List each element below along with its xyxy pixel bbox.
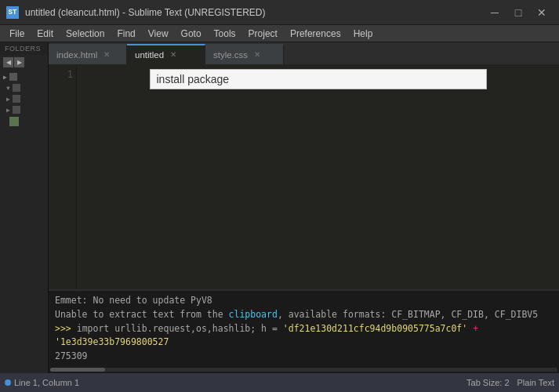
line-numbers: 1	[49, 64, 77, 289]
tabs-bar: index.html ✕ untitled ✕ style.css ✕	[49, 42, 559, 64]
tab-index-close[interactable]: ✕	[102, 51, 111, 59]
app-window: ST untitled (cleancut.html) - Sublime Te…	[0, 0, 559, 392]
tab-style-css[interactable]: style.css ✕	[205, 44, 284, 64]
sidebar-tree: ▶ ▼ ▶ ▶	[0, 70, 48, 373]
menu-preferences[interactable]: Preferences	[284, 25, 347, 42]
minimize-button[interactable]: ─	[484, 2, 506, 24]
menu-tools[interactable]: Tools	[208, 25, 242, 42]
status-left: Line 1, Column 1	[5, 378, 466, 387]
console-line-4: 275309	[55, 350, 553, 364]
status-indicator	[5, 379, 11, 386]
sidebar-item-1[interactable]: ▶	[0, 71, 48, 82]
tab-style-close[interactable]: ✕	[252, 51, 262, 59]
scroll-thumb[interactable]	[50, 368, 105, 372]
console-line-3: >>> import urllib.request,os,hashlib; h …	[55, 322, 553, 350]
code-area[interactable]	[77, 64, 559, 289]
tab-index-label: index.html	[56, 50, 97, 60]
close-button[interactable]: ✕	[531, 2, 553, 24]
menu-project[interactable]: Project	[242, 25, 284, 42]
status-tab-size[interactable]: Tab Size: 2	[466, 378, 509, 387]
tab-style-label: style.css	[213, 50, 248, 60]
window-controls: ─ □ ✕	[484, 2, 553, 24]
sidebar: FOLDERS ◀ ▶ ▶ ▼ ▶	[0, 42, 49, 373]
tab-untitled-label: untitled	[135, 50, 164, 60]
menu-goto[interactable]: Goto	[175, 25, 208, 42]
editor-panel: index.html ✕ untitled ✕ style.css ✕ 1	[49, 42, 559, 373]
command-palette-input[interactable]	[157, 73, 480, 85]
menu-view[interactable]: View	[142, 25, 175, 42]
sidebar-item-3[interactable]: ▶	[0, 93, 48, 104]
app-icon: ST	[6, 6, 19, 19]
window-title: untitled (cleancut.html) - Sublime Text …	[25, 7, 484, 18]
console-output: Emmet: No need to update PyV8 Unable to …	[49, 291, 559, 365]
console-line-1: Emmet: No need to update PyV8	[55, 294, 553, 308]
menu-help[interactable]: Help	[347, 25, 379, 42]
tab-untitled[interactable]: untitled ✕	[127, 44, 205, 64]
editor-body: 1	[49, 64, 559, 289]
sidebar-item-2[interactable]: ▼	[0, 82, 48, 93]
menu-find[interactable]: Find	[111, 25, 141, 42]
content-area: FOLDERS ◀ ▶ ▶ ▼ ▶	[0, 42, 559, 373]
menu-edit[interactable]: Edit	[31, 25, 60, 42]
title-bar: ST untitled (cleancut.html) - Sublime Te…	[0, 0, 559, 25]
tab-index-html[interactable]: index.html ✕	[49, 44, 127, 64]
command-palette[interactable]	[150, 69, 487, 89]
menu-file[interactable]: File	[3, 25, 31, 42]
sidebar-item-5[interactable]	[0, 115, 48, 128]
status-encoding[interactable]: Plain Text	[517, 378, 555, 387]
sidebar-nav: ◀ ▶	[0, 55, 48, 70]
menu-selection[interactable]: Selection	[60, 25, 111, 42]
status-position: Line 1, Column 1	[14, 378, 79, 387]
scroll-track	[50, 368, 557, 372]
console-panel: Emmet: No need to update PyV8 Unable to …	[49, 289, 559, 373]
menu-bar: File Edit Selection Find View Goto Tools…	[0, 25, 559, 42]
status-bar: Line 1, Column 1 Tab Size: 2 Plain Text	[0, 373, 559, 392]
tab-untitled-close[interactable]: ✕	[169, 51, 178, 59]
sidebar-header: FOLDERS	[0, 42, 48, 55]
sidebar-item-4[interactable]: ▶	[0, 104, 48, 115]
sidebar-nav-right[interactable]: ▶	[14, 57, 24, 67]
line-number-1: 1	[52, 69, 73, 80]
console-line-2: Unable to extract text from the clipboar…	[55, 308, 553, 322]
maximize-button[interactable]: □	[507, 2, 529, 24]
status-right: Tab Size: 2 Plain Text	[466, 378, 554, 387]
horizontal-scrollbar[interactable]	[49, 365, 559, 373]
sidebar-nav-left[interactable]: ◀	[3, 57, 13, 67]
